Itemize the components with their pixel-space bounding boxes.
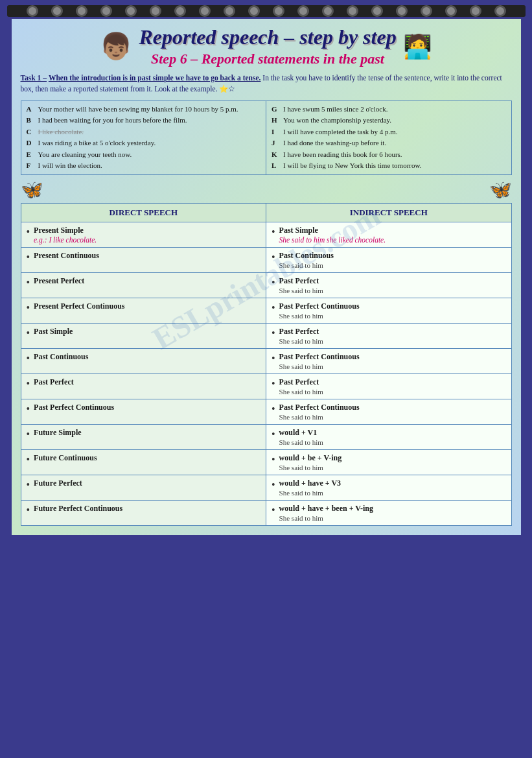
table-cell-indirect: • Past Perfect She said to him bbox=[266, 273, 512, 298]
list-text: I had been waiting for you for hours bef… bbox=[38, 115, 187, 126]
table-row: • Future Perfect Continuous • would + ha… bbox=[21, 501, 511, 526]
table-cell-direct: • Present Continuous bbox=[21, 248, 266, 273]
table-cell-direct: • Future Simple bbox=[21, 425, 266, 450]
spiral-ring bbox=[322, 5, 334, 17]
tense-name: Past Perfect Continuous bbox=[34, 403, 114, 412]
person-figure-right: 🧑‍💻 bbox=[403, 33, 432, 60]
list-text: I will win the election. bbox=[38, 160, 102, 172]
table-cell-indirect: • Past Simple She said to him she liked … bbox=[266, 222, 512, 248]
list-label: G bbox=[272, 104, 281, 115]
task-underline: When the introduction is in past simple … bbox=[49, 74, 261, 82]
list-label: B bbox=[27, 115, 36, 126]
tense-name: Past Continuous bbox=[279, 251, 334, 260]
list-label: D bbox=[27, 137, 36, 149]
table-cell-direct: • Past Perfect Continuous bbox=[21, 399, 266, 425]
bullet-icon: • bbox=[27, 251, 30, 263]
tense-name: Present Simple bbox=[34, 226, 84, 235]
list-item: H You won the championship yesterday. bbox=[272, 115, 506, 126]
she-said-text: She said to him bbox=[279, 312, 360, 320]
table-cell-direct: • Present Perfect Continuous bbox=[21, 298, 266, 324]
list-col-left: A Your mother will have been sewing my b… bbox=[21, 101, 267, 175]
tense-name: Past Perfect bbox=[279, 276, 319, 285]
table-cell-indirect: • Past Continuous She said to him bbox=[266, 248, 512, 273]
table-cell-direct: • Future Continuous bbox=[21, 450, 266, 475]
bullet-icon: • bbox=[272, 479, 275, 491]
table-cell-direct: • Future Perfect Continuous bbox=[21, 501, 266, 526]
table-row: • Future Simple • would + V1 She said to… bbox=[21, 425, 511, 450]
title-text: Reported speech – step by step bbox=[139, 25, 396, 49]
list-label: I bbox=[272, 126, 281, 138]
butterfly-left-icon: 🦋 bbox=[21, 179, 43, 200]
she-said-text: She said to him bbox=[279, 514, 373, 522]
list-item: B I had been waiting for you for hours b… bbox=[27, 115, 261, 126]
bullet-icon: • bbox=[272, 403, 275, 415]
tense-name: Past Continuous bbox=[34, 352, 88, 362]
spiral-ring bbox=[494, 5, 506, 17]
list-item: L I will be flying to New York this time… bbox=[272, 160, 506, 172]
spiral-ring bbox=[347, 5, 358, 17]
list-text: You won the championship yesterday. bbox=[283, 115, 391, 126]
list-item: I I will have completed the task by 4 p.… bbox=[272, 126, 506, 138]
she-said-text: She said to him bbox=[279, 362, 360, 370]
table-row: • Present Perfect • Past Perfect She sai… bbox=[21, 273, 511, 298]
tense-name: Past Perfect Continuous bbox=[279, 302, 360, 311]
list-text: I had done the washing-up before it. bbox=[283, 137, 386, 149]
table-row: • Future Perfect • would + have + V3 She… bbox=[21, 475, 511, 501]
tense-name: Present Continuous bbox=[34, 251, 99, 261]
bullet-icon: • bbox=[272, 226, 275, 238]
table-cell-indirect: • Past Perfect Continuous She said to hi… bbox=[266, 298, 512, 324]
list-item: G I have swum 5 miles since 2 o'clock. bbox=[272, 104, 506, 115]
spiral-ring bbox=[297, 5, 309, 17]
person-figure-left: 👦🏽 bbox=[100, 31, 132, 62]
list-item: E You are cleaning your teeth now. bbox=[27, 149, 261, 161]
table-cell-indirect: • Past Perfect Continuous She said to hi… bbox=[266, 349, 512, 374]
spiral-ring bbox=[150, 5, 161, 17]
spiral-ring bbox=[470, 5, 481, 17]
list-item: J I had done the washing-up before it. bbox=[272, 137, 506, 149]
list-label: K bbox=[272, 149, 281, 161]
list-label: C bbox=[27, 126, 36, 138]
spiral-ring bbox=[125, 5, 137, 17]
bullet-icon: • bbox=[272, 504, 275, 516]
list-item: A Your mother will have been sewing my b… bbox=[27, 104, 261, 115]
table-row: • Past Perfect Continuous • Past Perfect… bbox=[21, 399, 511, 425]
tense-name: Future Perfect bbox=[34, 479, 82, 488]
list-text: I have been reading this book for 6 hour… bbox=[283, 149, 402, 161]
table-cell-direct: • Present Simple e.g.: I like chocolate. bbox=[21, 222, 266, 248]
list-item: C I like chocolate. bbox=[27, 126, 261, 138]
list-text: I like chocolate. bbox=[38, 126, 84, 138]
table-cell-indirect: • Past Perfect She said to him bbox=[266, 374, 512, 399]
list-label: L bbox=[272, 160, 281, 172]
list-label: F bbox=[27, 160, 36, 172]
list-label: J bbox=[272, 137, 281, 149]
bullet-icon: • bbox=[27, 453, 30, 466]
spiral-ring bbox=[224, 5, 235, 17]
spiral-ring bbox=[51, 5, 63, 17]
butterfly-row: 🦋 🦋 bbox=[21, 179, 512, 200]
table-cell-direct: • Past Simple bbox=[21, 324, 266, 349]
list-text: I have swum 5 miles since 2 o'clock. bbox=[283, 104, 387, 115]
she-said-text: She said to him bbox=[279, 337, 323, 345]
bullet-icon: • bbox=[27, 479, 30, 491]
spiral-ring bbox=[396, 5, 408, 17]
tense-name: Past Perfect bbox=[34, 377, 74, 387]
list-text: I will be flying to New York this time t… bbox=[283, 160, 421, 172]
tense-name: Past Simple bbox=[34, 327, 73, 337]
she-said-text: She said to him bbox=[279, 464, 342, 471]
bullet-icon: • bbox=[27, 504, 30, 516]
task-label: Task 1 – bbox=[21, 74, 47, 82]
list-col-right: G I have swum 5 miles since 2 o'clock. H… bbox=[266, 101, 511, 175]
table-row: • Present Continuous • Past Continuous S… bbox=[21, 248, 511, 273]
tense-name: Past Perfect bbox=[279, 327, 319, 336]
lists-area: A Your mother will have been sewing my b… bbox=[21, 101, 512, 176]
bullet-icon: • bbox=[27, 302, 30, 314]
tense-name: Present Perfect bbox=[34, 276, 84, 286]
list-label: E bbox=[27, 149, 36, 161]
spiral-ring bbox=[445, 5, 457, 17]
bullet-icon: • bbox=[272, 276, 275, 289]
tense-name: Future Perfect Continuous bbox=[34, 504, 122, 514]
tense-name: would + be + V-ing bbox=[279, 453, 342, 462]
list-label: A bbox=[27, 104, 36, 115]
list-label: H bbox=[272, 115, 281, 126]
bullet-icon: • bbox=[27, 327, 30, 339]
